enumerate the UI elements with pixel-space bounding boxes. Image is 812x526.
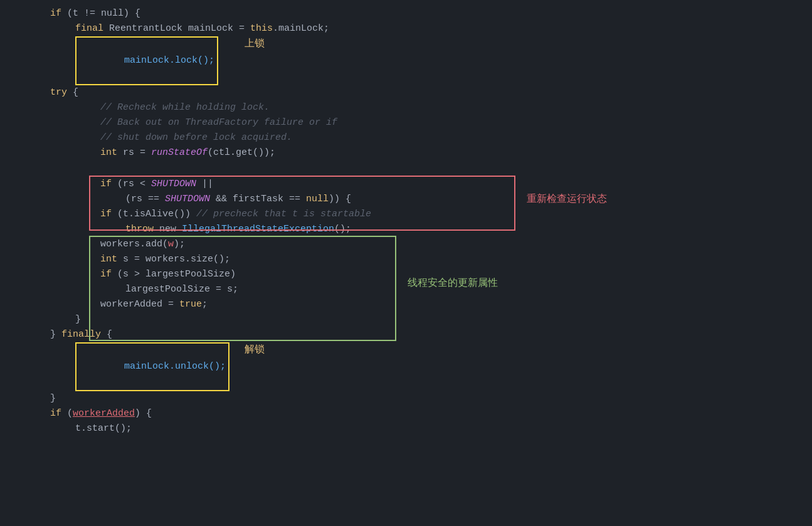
token: // Recheck while holding lock. (100, 100, 270, 115)
token: (rs == (125, 192, 165, 207)
token: } (75, 312, 81, 327)
token: ) { (135, 406, 152, 421)
code-line-24: t.start(); (50, 421, 812, 436)
token: || (196, 177, 213, 192)
token: int (100, 252, 117, 267)
code-line-14: workers.add( w ); (50, 237, 812, 252)
green-box-container: 线程安全的更新属性 workers.add( w ); int s = work… (50, 237, 812, 312)
code-line-7: // shut down before lock acquired. (50, 130, 812, 145)
code-line-4: try { (50, 85, 812, 100)
code-line-23: if ( workerAdded ) { (50, 406, 812, 421)
token: ); (174, 237, 185, 252)
token: null (306, 192, 329, 207)
token: { (67, 85, 78, 100)
token: finally (61, 327, 101, 342)
token: if (50, 6, 61, 21)
token: rs = (117, 145, 151, 160)
code-line-1: if (t != null) { (50, 6, 812, 21)
token: (s > largestPoolSize) (112, 267, 236, 282)
code-line-5: // Recheck while holding lock. (50, 100, 812, 115)
token: SHUTDOWN (165, 192, 210, 207)
token: workerAdded (73, 406, 135, 421)
code-line-16: if (s > largestPoolSize) (50, 267, 812, 282)
code-line-21: mainLock.unlock(); 解锁 (50, 342, 812, 391)
code-line-3: mainLock.lock(); 上锁 (50, 36, 812, 85)
token: mainLock.lock(); (124, 55, 214, 66)
unlock-highlight: mainLock.unlock(); (75, 342, 229, 391)
token: } (50, 391, 56, 406)
code-line-20: } finally { (50, 327, 812, 342)
token: ; (202, 297, 208, 312)
token: )) { (329, 192, 351, 207)
code-line-19: } (50, 312, 812, 327)
token: new (154, 222, 182, 237)
code-line-15: int s = workers.size(); (50, 252, 812, 267)
code-line-18: workerAdded = true ; (50, 297, 812, 312)
token: if (100, 267, 112, 282)
code-viewer: if (t != null) { final ReentrantLock mai… (0, 0, 812, 526)
token: (t.isAlive()) (112, 207, 196, 222)
token: int (100, 145, 117, 160)
token: true (179, 297, 202, 312)
token: workers.add( (100, 237, 168, 252)
token: ReentrantLock mainLock = (103, 21, 250, 36)
token: (rs < (112, 177, 151, 192)
token: // shut down before lock acquired. (100, 130, 292, 145)
token: t.start(); (75, 421, 132, 436)
token: if (100, 177, 112, 192)
token: (ctl.get()); (208, 145, 275, 160)
token: SHUTDOWN (151, 177, 196, 192)
red-box-container: 重新检查运行状态 if (rs < SHUTDOWN || (rs == SHU… (50, 177, 812, 207)
token: this (250, 21, 273, 36)
token: if (100, 207, 112, 222)
code-line-22: } (50, 391, 812, 406)
token: s = workers.size(); (117, 252, 230, 267)
token: IllegalThreadStateException (182, 222, 334, 237)
lock-highlight: mainLock.lock(); (75, 36, 218, 85)
code-line-8: int rs = runStateOf (ctl.get()); (50, 145, 812, 160)
code-block: if (t != null) { final ReentrantLock mai… (0, 0, 812, 443)
token: runStateOf (151, 145, 208, 160)
token: throw (125, 222, 154, 237)
token: (t != null) { (61, 6, 140, 21)
token: { (101, 327, 112, 342)
code-line-11: (rs == SHUTDOWN && firstTask == null )) … (50, 192, 812, 207)
token: w (168, 237, 174, 252)
code-line-2: final ReentrantLock mainLock = this .mai… (50, 21, 812, 36)
token: largestPoolSize = s; (125, 282, 238, 297)
token: final (75, 21, 103, 36)
token: // Back out on ThreadFactory failure or … (100, 115, 337, 130)
token: // precheck that t is startable (196, 207, 371, 222)
token: } (50, 327, 61, 342)
code-line-empty (50, 160, 812, 177)
token: mainLock.unlock(); (124, 361, 226, 372)
code-line-17: largestPoolSize = s; (50, 282, 812, 297)
code-line-12: if (t.isAlive()) // precheck that t is s… (50, 207, 812, 222)
token: && firstTask == (210, 192, 306, 207)
annotation-unlock: 解锁 (245, 341, 265, 357)
token: ( (61, 406, 73, 421)
token: (); (334, 222, 351, 237)
code-line-13: throw new IllegalThreadStateException ()… (50, 222, 812, 237)
token: try (50, 85, 67, 100)
annotation-lock: 上锁 (245, 35, 265, 51)
code-line-10: if (rs < SHUTDOWN || (50, 177, 812, 192)
token: if (50, 406, 61, 421)
token: .mainLock; (273, 21, 329, 36)
token: workerAdded = (100, 297, 179, 312)
code-line-6: // Back out on ThreadFactory failure or … (50, 115, 812, 130)
